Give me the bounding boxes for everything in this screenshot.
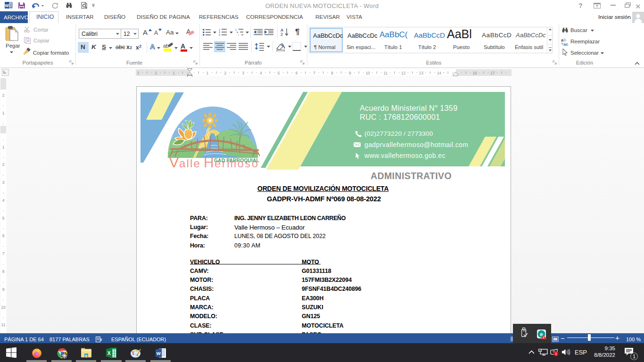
svg-text:3: 3 <box>242 71 244 75</box>
svg-text:V: V <box>169 155 179 170</box>
svg-text:10: 10 <box>365 71 370 75</box>
svg-text:4: 4 <box>2 198 5 203</box>
svg-text:2: 2 <box>224 71 226 75</box>
svg-text:1: 1 <box>206 71 209 75</box>
svg-text:3: 3 <box>137 71 140 75</box>
svg-text:9: 9 <box>2 287 5 292</box>
svg-text:Acuerdo Ministerial N° 1359: Acuerdo Ministerial N° 1359 <box>360 104 457 112</box>
svg-text:17: 17 <box>490 71 495 75</box>
svg-text:9: 9 <box>349 71 351 75</box>
svg-text:4: 4 <box>260 71 262 75</box>
svg-text:RUC : 1768120600001: RUC : 1768120600001 <box>360 113 440 121</box>
svg-text:!: ! <box>555 352 557 356</box>
svg-text:e: e <box>540 331 543 337</box>
svg-text:7: 7 <box>2 251 5 256</box>
svg-text:13: 13 <box>419 71 424 75</box>
svg-text:ab: ab <box>163 43 169 49</box>
svg-text:1: 1 <box>2 145 5 149</box>
svg-text:16: 16 <box>472 71 477 75</box>
svg-text:1: 1 <box>633 354 636 359</box>
svg-text:W: W <box>5 3 9 8</box>
svg-text:i: i <box>238 33 239 36</box>
svg-text:3: 3 <box>219 33 220 36</box>
svg-text:12: 12 <box>401 71 406 75</box>
svg-text:H: H <box>204 155 214 170</box>
svg-text:6: 6 <box>2 233 5 238</box>
svg-text:GAD PARROQUIAL: GAD PARROQUIAL <box>214 158 259 163</box>
svg-text:1: 1 <box>2 111 5 115</box>
svg-text:7: 7 <box>313 71 315 75</box>
svg-text:3: 3 <box>2 180 5 185</box>
svg-text:X: X <box>107 350 111 356</box>
svg-text:ac: ac <box>563 42 568 46</box>
svg-text:!: ! <box>543 336 544 339</box>
svg-text:2: 2 <box>155 71 157 75</box>
svg-text:www.vallehermoso.gob.ec: www.vallehermoso.gob.ec <box>364 152 446 159</box>
svg-text:alle: alle <box>179 157 201 170</box>
svg-text:A: A <box>181 42 185 50</box>
svg-text:14: 14 <box>437 71 442 75</box>
svg-text:2: 2 <box>2 162 5 167</box>
svg-text:(02)2773220 / 2773300: (02)2773220 / 2773300 <box>364 130 433 137</box>
svg-text:11: 11 <box>384 71 388 75</box>
svg-text:5: 5 <box>2 216 5 221</box>
svg-text:2: 2 <box>2 93 5 98</box>
svg-text:✗: ✗ <box>99 338 103 342</box>
svg-text:8: 8 <box>331 71 333 75</box>
svg-text:W: W <box>157 351 161 356</box>
svg-text:Z: Z <box>281 32 283 37</box>
svg-text:1: 1 <box>173 71 175 75</box>
svg-text:11: 11 <box>1 322 6 327</box>
svg-text:5: 5 <box>278 71 280 75</box>
svg-text:6: 6 <box>296 71 298 75</box>
svg-text:gadprvallehermoso@hotmail.com: gadprvallehermoso@hotmail.com <box>364 141 468 148</box>
svg-text:8: 8 <box>2 269 5 274</box>
svg-text:10: 10 <box>1 305 6 310</box>
